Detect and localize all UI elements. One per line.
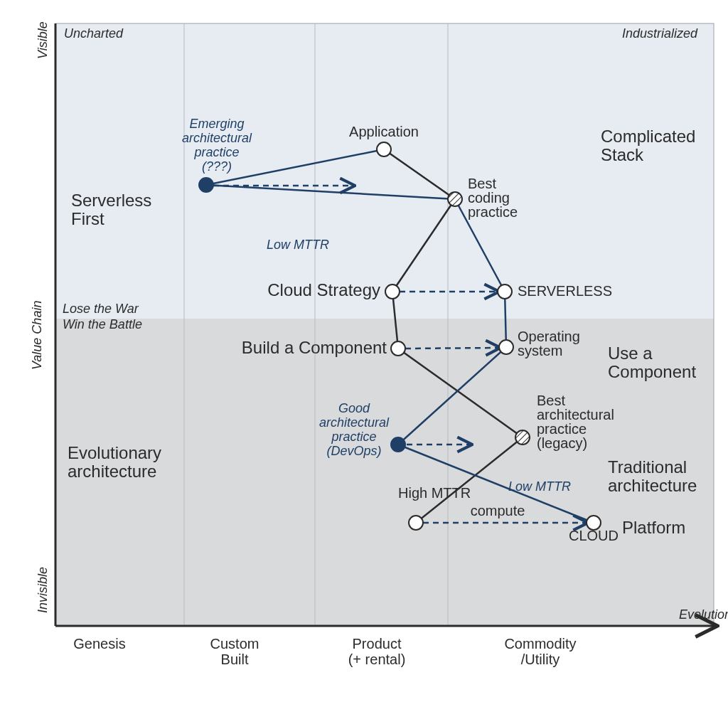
label-compute: compute [471,503,525,518]
zone-upper [55,23,714,319]
label-cloud: CLOUD [569,528,619,543]
node-serverless [498,284,512,299]
label-cloud-strategy: Cloud Strategy [267,280,380,299]
x-axis-label: Evolution [679,607,728,622]
side-label-evolutionary: Evolutionaryarchitecture [68,443,161,481]
x-tick: Commodity/Utility [504,636,576,667]
wardley-map: { "axes": { "y_label": "Value Chain", "x… [0,0,728,702]
label-low-mttr-right: Low MTTR [508,479,571,494]
label-low-mttr-top: Low MTTR [267,238,329,252]
node-best-arch-legacy [515,430,530,445]
side-label-traditional: Traditionalarchitecture [608,457,697,495]
x-tick: Genesis [73,636,125,652]
label-build-component: Build a Component [242,338,387,357]
diagram-svg: Visible Invisible Value Chain Evolution … [0,0,728,702]
label-application: Application [349,124,419,139]
zone-label-lose-war: Lose the War [63,302,139,316]
y-axis-top-label: Visible [36,21,50,59]
x-tick: CustomBuilt [210,636,259,667]
node-emerging-practice [199,178,213,192]
node-good-arch [391,437,405,452]
side-label-platform: Platform [622,518,685,537]
x-tick: Product(+ rental) [348,636,406,667]
node-application [377,142,391,156]
zone-label-win-battle: Win the Battle [63,317,142,331]
corner-industrialized: Industrialized [622,26,698,41]
y-axis-bottom-label: Invisible [36,567,50,613]
node-best-coding [448,192,462,206]
label-serverless: SERVERLESS [518,283,612,299]
node-cloud-strategy [385,284,400,299]
label-high-mttr: High MTTR [398,485,471,501]
y-axis-label: Value Chain [30,301,44,370]
node-build-component [391,341,405,356]
node-compute [409,516,423,530]
corner-uncharted: Uncharted [64,26,124,41]
node-operating-system [499,340,513,354]
